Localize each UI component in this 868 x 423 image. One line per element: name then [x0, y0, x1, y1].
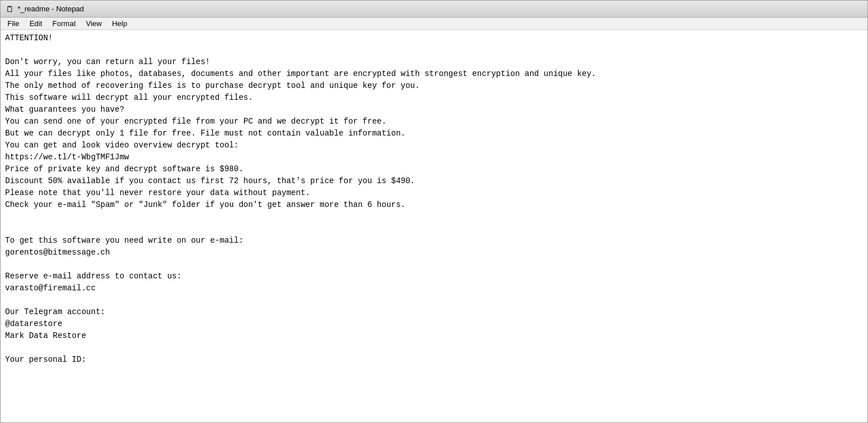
menu-bar: File Edit Format View Help: [1, 18, 867, 30]
title-bar-text: *_readme - Notepad: [18, 5, 84, 13]
text-content[interactable]: ATTENTION! Don't worry, you can return a…: [1, 30, 867, 422]
title-bar: 🗒 *_readme - Notepad: [1, 1, 867, 18]
notepad-icon: 🗒: [5, 5, 14, 14]
menu-view[interactable]: View: [82, 18, 107, 29]
menu-help[interactable]: Help: [107, 18, 132, 29]
notepad-window: 🗒 *_readme - Notepad File Edit Format Vi…: [0, 0, 868, 423]
menu-file[interactable]: File: [3, 18, 24, 29]
menu-format[interactable]: Format: [48, 18, 80, 29]
menu-edit[interactable]: Edit: [25, 18, 47, 29]
